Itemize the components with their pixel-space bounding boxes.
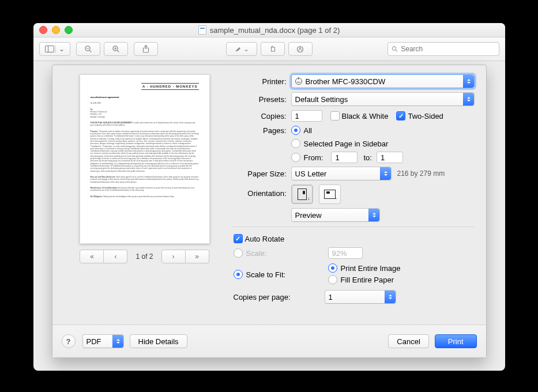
pages-all-option[interactable]: All [291, 126, 312, 135]
pages-selected-label: Selected Page in Sidebar [304, 140, 389, 148]
scale-input [328, 247, 363, 259]
search-field[interactable] [387, 42, 499, 56]
help-button[interactable]: ? [62, 334, 76, 348]
pages-all-radio[interactable] [291, 126, 300, 135]
black-white-checkbox[interactable] [330, 111, 340, 120]
copies-input[interactable] [291, 110, 322, 122]
orientation-portrait-button[interactable]: ↓ [291, 184, 313, 204]
zoom-in-icon [112, 45, 120, 53]
select-arrows-icon [368, 209, 379, 221]
share-button[interactable] [134, 42, 158, 56]
sidebar-toggle-button[interactable]: ⌄ [39, 42, 70, 56]
fill-paper-option[interactable]: Fill Entire Paper [328, 275, 394, 284]
two-sided-checkbox[interactable] [396, 111, 405, 120]
copies-per-page-label: Copies per page: [231, 293, 325, 301]
next-page-button[interactable]: › [161, 250, 186, 263]
hide-details-label: Hide Details [138, 337, 179, 346]
window-titlebar: sample_mutual_nda.docx (page 1 of 2) [33, 23, 505, 37]
cancel-label: Cancel [397, 337, 420, 346]
orientation-landscape-button[interactable]: → [319, 184, 341, 204]
presets-value: Default Settings [295, 95, 348, 104]
section-select[interactable]: Preview [291, 208, 380, 222]
auto-rotate-checkbox[interactable] [234, 234, 243, 243]
scale-to-fit-label: Scale to Fit: [246, 270, 286, 279]
pages-from-label: From: [304, 153, 323, 162]
svg-rect-11 [271, 47, 274, 51]
pages-from-radio[interactable] [291, 153, 300, 162]
chevron-down-icon [112, 335, 123, 348]
print-button[interactable]: Print [435, 334, 477, 348]
select-arrows-icon [463, 93, 474, 105]
two-sided-option[interactable]: Two-Sided [396, 111, 443, 120]
scale-radio[interactable] [234, 248, 243, 258]
select-arrows-icon [463, 75, 474, 88]
pdf-menu[interactable]: PDF [82, 334, 124, 348]
markup-button[interactable] [288, 42, 313, 56]
rotate-button[interactable] [261, 42, 285, 56]
highlighter-icon [234, 46, 242, 52]
printer-select[interactable]: Brother MFC-9330CDW [291, 74, 475, 88]
zoom-in-button[interactable] [104, 42, 128, 56]
share-icon [142, 45, 149, 53]
scale-label: Scale: [246, 249, 267, 258]
printer-label: Printer: [231, 77, 291, 86]
highlight-button[interactable]: ⌄ [226, 42, 257, 56]
chevron-down-icon: ⌄ [55, 45, 65, 53]
page-preview-panel: A · HUNDRED · MONKEYS non-disclosure agr… [64, 74, 225, 325]
scale-option[interactable]: Scale: [234, 248, 320, 258]
copies-label: Copies: [231, 112, 291, 120]
pdf-label: PDF [86, 337, 101, 346]
search-input[interactable] [400, 44, 495, 54]
page-thumbnail: A · HUNDRED · MONKEYS non-disclosure agr… [80, 74, 210, 244]
pages-from-input[interactable] [331, 152, 358, 163]
print-sheet: A · HUNDRED · MONKEYS non-disclosure agr… [52, 65, 487, 358]
select-arrows-icon [380, 167, 391, 180]
zoom-out-button[interactable] [76, 42, 100, 56]
pages-selected-radio[interactable] [291, 139, 300, 148]
print-entire-label: Print Entire Image [341, 264, 401, 273]
page-navigator: « ‹ 1 of 2 › » [80, 250, 209, 263]
pages-to-input[interactable] [377, 152, 403, 163]
pages-range-option[interactable]: From: [291, 153, 323, 162]
prev-page-button[interactable]: ‹ [104, 250, 127, 263]
search-icon [392, 46, 398, 52]
zoom-out-icon [84, 45, 92, 53]
pages-all-label: All [304, 126, 312, 135]
scale-to-fit-radio[interactable] [234, 270, 243, 279]
cancel-button[interactable]: Cancel [388, 334, 428, 348]
hide-details-button[interactable]: Hide Details [130, 334, 187, 348]
print-dialog-window: sample_mutual_nda.docx (page 1 of 2) ⌄ [33, 23, 505, 371]
first-page-button[interactable]: « [80, 250, 104, 263]
black-white-option[interactable]: Black & White [330, 111, 389, 120]
pages-label: Pages: [231, 126, 291, 135]
print-options-panel: Printer: Brother MFC-9330CDW Presets: De… [225, 74, 475, 325]
auto-rotate-label: Auto Rotate [245, 235, 285, 243]
section-value: Preview [295, 211, 322, 220]
fill-paper-radio[interactable] [328, 275, 337, 284]
auto-rotate-option[interactable]: Auto Rotate [234, 234, 285, 243]
paper-size-select[interactable]: US Letter [291, 167, 392, 180]
svg-line-14 [396, 50, 397, 52]
scale-to-fit-option[interactable]: Scale to Fit: [234, 270, 320, 279]
black-white-label: Black & White [342, 112, 389, 120]
last-page-button[interactable]: » [186, 250, 209, 263]
print-entire-option[interactable]: Print Entire Image [328, 263, 401, 273]
rotate-icon [269, 46, 276, 52]
paper-dimensions: 216 by 279 mm [397, 169, 445, 178]
document-icon [198, 25, 206, 35]
presets-select[interactable]: Default Settings [291, 92, 475, 106]
copies-per-page-select[interactable]: 1 [325, 290, 396, 304]
portrait-icon [298, 189, 307, 200]
print-label: Print [448, 337, 464, 346]
printer-status-icon [295, 78, 302, 85]
print-entire-radio[interactable] [328, 263, 337, 273]
window-title-text: sample_mutual_nda.docx (page 1 of 2) [210, 26, 340, 35]
select-arrows-icon [385, 291, 396, 303]
paper-size-value: US Letter [295, 169, 327, 178]
svg-line-6 [117, 50, 119, 52]
svg-point-13 [392, 47, 396, 50]
sidebar-icon [45, 46, 54, 52]
copies-per-page-value: 1 [329, 293, 333, 301]
pages-selected-option[interactable]: Selected Page in Sidebar [291, 139, 389, 148]
chevron-down-icon: ⌄ [243, 45, 249, 53]
